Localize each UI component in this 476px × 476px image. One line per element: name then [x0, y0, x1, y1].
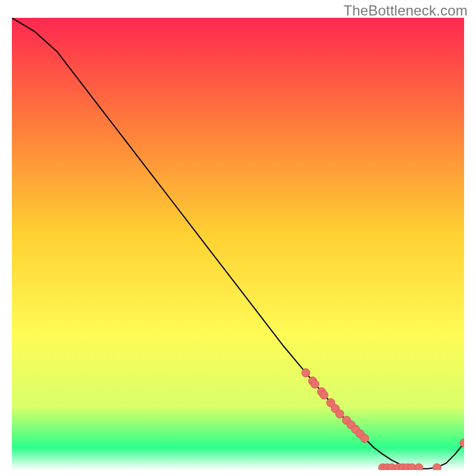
data-dot — [311, 380, 319, 389]
data-dot — [320, 391, 328, 399]
data-dot — [415, 464, 423, 470]
data-dot — [336, 410, 344, 418]
chart-svg — [12, 18, 464, 470]
data-dot — [361, 434, 369, 443]
gradient-background — [12, 18, 464, 470]
plot-area — [12, 18, 464, 470]
watermark-text: TheBottleneck.com — [343, 2, 468, 19]
data-dot — [302, 369, 310, 377]
data-dot — [433, 464, 441, 470]
chart-frame: TheBottleneck.com — [0, 0, 476, 476]
